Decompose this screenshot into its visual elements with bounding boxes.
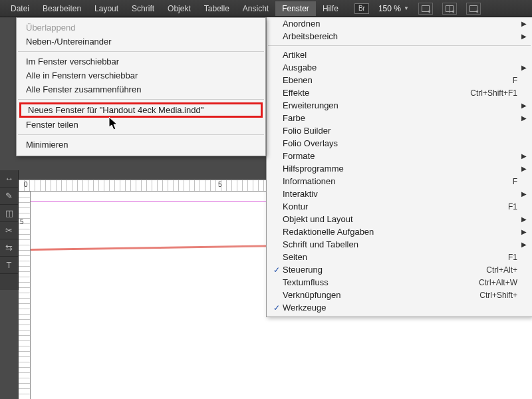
menu-fenster[interactable]: Fenster bbox=[275, 1, 316, 16]
menu-shortcut: F bbox=[507, 76, 517, 85]
submenu-arrow-icon: ▶ bbox=[517, 114, 527, 122]
menu-datei[interactable]: Datei bbox=[4, 1, 36, 16]
menu-item[interactable]: TextumflussCtrl+Alt+W bbox=[267, 276, 532, 289]
menu-item-label: Steuerung bbox=[283, 265, 481, 275]
submenu-arrow-icon: ▶ bbox=[517, 241, 527, 248]
workspace-switcher-button[interactable]: ▼ bbox=[466, 3, 481, 15]
menu-item[interactable]: Folio Builder bbox=[267, 124, 532, 137]
menu-item[interactable]: Objekt und Layout▶ bbox=[267, 213, 532, 225]
menu-item[interactable]: Erweiterungen▶ bbox=[267, 99, 532, 112]
zoom-level[interactable]: 150 % ▼ bbox=[378, 4, 409, 13]
menu-tabelle[interactable]: Tabelle bbox=[198, 1, 236, 16]
menu-item[interactable]: Minimieren bbox=[17, 138, 265, 152]
submenu-arrow-icon: ▶ bbox=[517, 215, 527, 223]
menu-item[interactable]: KonturF1 bbox=[267, 200, 532, 213]
menu-item-label: Werkzeuge bbox=[283, 303, 512, 313]
menu-item-label: Arbeitsbereich bbox=[283, 31, 512, 41]
menu-item[interactable]: SeitenF1 bbox=[267, 251, 532, 263]
menu-item[interactable]: Schrift und Tabellen▶ bbox=[267, 238, 532, 251]
menu-item-label: Informationen bbox=[283, 176, 507, 186]
menu-item[interactable]: Anordnen▶ bbox=[267, 17, 532, 30]
menu-item-label: Anordnen bbox=[283, 19, 512, 29]
tool-slot-4[interactable]: ✂ bbox=[0, 222, 18, 239]
submenu-arrow-icon: ▶ bbox=[517, 102, 527, 109]
menu-separator bbox=[268, 45, 531, 46]
ruler-vertical[interactable]: 5 bbox=[19, 192, 31, 399]
menu-objekt[interactable]: Objekt bbox=[161, 1, 198, 16]
menu-item[interactable]: Artikel bbox=[267, 49, 532, 61]
menu-item[interactable]: Formate▶ bbox=[267, 150, 532, 162]
menu-item[interactable]: Fenster teilen bbox=[17, 118, 265, 132]
menu-shortcut: Ctrl+Alt+ bbox=[481, 265, 517, 275]
menu-item-label: Ausgabe bbox=[283, 63, 512, 72]
menu-item[interactable]: Alle Fenster zusammenführen bbox=[17, 82, 265, 96]
menu-item-label: Kontur bbox=[283, 201, 503, 211]
menu-layout[interactable]: Layout bbox=[88, 1, 125, 16]
menu-separator bbox=[18, 51, 264, 52]
menu-item[interactable]: Ausgabe▶ bbox=[267, 61, 532, 74]
menu-item[interactable]: Neben-/Untereinander bbox=[17, 35, 265, 49]
menu-item-label: Farbe bbox=[283, 113, 512, 123]
menu-hilfe[interactable]: Hilfe bbox=[316, 1, 345, 16]
menu-item[interactable]: VerknüpfungenCtrl+Shift+ bbox=[267, 289, 532, 301]
menu-item[interactable]: Hilfsprogramme▶ bbox=[267, 162, 532, 175]
menu-shortcut: F1 bbox=[503, 253, 517, 262]
check-icon: ✓ bbox=[271, 265, 283, 275]
fenster-submenu-dropdown: Anordnen▶Arbeitsbereich▶ArtikelAusgabe▶E… bbox=[266, 17, 532, 317]
menu-item[interactable]: Farbe▶ bbox=[267, 112, 532, 124]
menu-item[interactable]: Redaktionelle Aufgaben▶ bbox=[267, 225, 532, 238]
menu-item-label: Schrift und Tabellen bbox=[283, 239, 512, 249]
zoom-value: 150 % bbox=[378, 4, 401, 13]
menu-bearbeiten[interactable]: Bearbeiten bbox=[36, 1, 88, 16]
chevron-down-icon: ▼ bbox=[404, 5, 409, 11]
menu-item-label: Interaktiv bbox=[283, 189, 512, 199]
menu-item-label: Hilfsprogramme bbox=[283, 164, 512, 174]
menu-item[interactable]: Interaktiv▶ bbox=[267, 188, 532, 200]
arrange-documents-button[interactable]: ▼ bbox=[442, 3, 457, 15]
menu-item[interactable]: Alle in Fenstern verschiebbar bbox=[17, 68, 265, 82]
menu-shortcut: Ctrl+Shift+F1 bbox=[465, 88, 517, 98]
menu-item[interactable]: ✓Werkzeuge bbox=[267, 301, 532, 314]
ruler-h-tick: 5 bbox=[218, 181, 222, 188]
menu-item[interactable]: Im Fenster verschiebbar bbox=[17, 55, 265, 68]
ruler-v-tick: 5 bbox=[20, 218, 24, 225]
menu-item-label: Redaktionelle Aufgaben bbox=[283, 227, 512, 237]
menu-item-label: Artikel bbox=[283, 50, 512, 60]
menu-item-label: Formate bbox=[283, 151, 512, 161]
tool-strip: ↔ ✎ ◫ ✂ ⇆ T bbox=[0, 170, 19, 290]
tool-slot-5[interactable]: ⇆ bbox=[0, 239, 18, 257]
menu-item-label: Folio Overlays bbox=[283, 138, 512, 148]
menu-item[interactable]: EffekteCtrl+Shift+F1 bbox=[267, 86, 532, 99]
bridge-button[interactable]: Br bbox=[354, 3, 369, 14]
tool-slot-6[interactable]: T bbox=[0, 257, 18, 274]
submenu-arrow-icon: ▶ bbox=[517, 228, 527, 235]
fenster-menu-dropdown: ÜberlappendNeben-/UntereinanderIm Fenste… bbox=[16, 17, 266, 156]
check-icon: ✓ bbox=[271, 303, 283, 313]
menu-item-label: Textumfluss bbox=[283, 277, 473, 287]
submenu-arrow-icon: ▶ bbox=[517, 190, 527, 198]
tool-slot-1[interactable]: ↔ bbox=[0, 170, 18, 188]
menu-item: Überlappend bbox=[17, 21, 265, 35]
menu-item-label: Seiten bbox=[283, 252, 503, 262]
menu-item[interactable]: EbenenF bbox=[267, 74, 532, 86]
menu-item-label: Ebenen bbox=[283, 75, 507, 85]
submenu-arrow-icon: ▶ bbox=[517, 152, 527, 160]
menu-shortcut: F1 bbox=[503, 202, 517, 211]
menu-shortcut: Ctrl+Shift+ bbox=[474, 291, 517, 300]
tool-slot-3[interactable]: ◫ bbox=[0, 205, 18, 222]
menu-shortcut: F bbox=[507, 177, 517, 186]
menu-item-label: Objekt und Layout bbox=[283, 214, 512, 224]
tool-slot-2[interactable]: ✎ bbox=[0, 188, 18, 205]
menu-schrift[interactable]: Schrift bbox=[125, 1, 161, 16]
screen-mode-button[interactable]: ▼ bbox=[418, 3, 433, 15]
menu-item[interactable]: Neues Fenster für "Handout 4eck Media.in… bbox=[19, 102, 263, 118]
menu-item[interactable]: InformationenF bbox=[267, 175, 532, 188]
menu-item-label: Erweiterungen bbox=[283, 100, 512, 110]
menu-item[interactable]: Arbeitsbereich▶ bbox=[267, 30, 532, 43]
menu-separator bbox=[18, 134, 264, 135]
submenu-arrow-icon: ▶ bbox=[517, 165, 527, 172]
menu-ansicht[interactable]: Ansicht bbox=[236, 1, 275, 16]
menu-item[interactable]: ✓SteuerungCtrl+Alt+ bbox=[267, 263, 532, 276]
ruler-h-tick: 0 bbox=[24, 181, 28, 188]
menu-item[interactable]: Folio Overlays bbox=[267, 137, 532, 150]
